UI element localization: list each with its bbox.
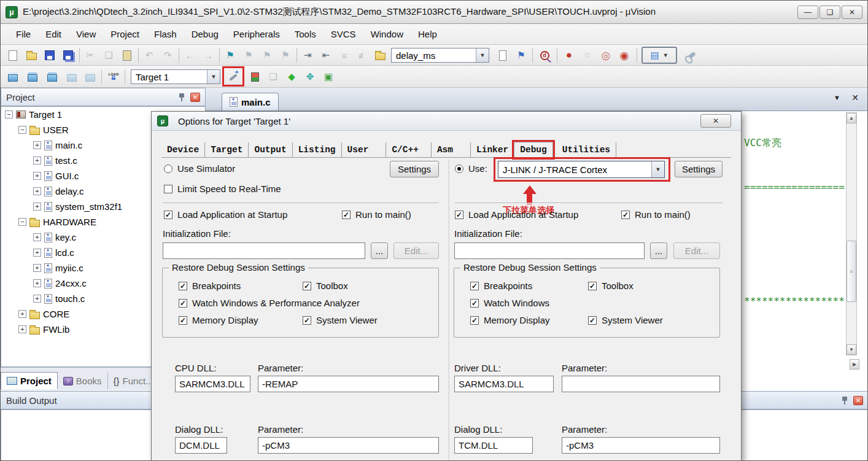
scrollbar-thumb[interactable]: ≡ [847,241,856,302]
menu-peripherals[interactable]: Peripherals [227,26,287,42]
start-stop-debug-icon[interactable]: d [537,48,552,63]
menu-file[interactable]: File [9,26,37,42]
file-extensions-icon[interactable]: ❏ [266,69,281,84]
driver-dll-input[interactable] [454,376,554,392]
init-file-input-left[interactable] [163,242,365,259]
manage-components-icon[interactable]: ▣ [321,69,336,84]
redo-icon[interactable]: ↷ [160,48,175,63]
pin-icon[interactable] [178,93,185,101]
dialog-dll-input-right[interactable] [454,437,533,454]
disable-all-breakpoints-icon[interactable]: ◉ [617,48,632,63]
scroll-down-icon[interactable]: ▼ [847,344,856,355]
tab-target[interactable]: Target [205,142,249,157]
flash-download-icon[interactable] [247,69,262,84]
menu-debug[interactable]: Debug [185,26,225,42]
undo-icon[interactable]: ↶ [142,48,157,63]
driver-param-input[interactable] [562,376,720,392]
expand-icon[interactable]: + [33,141,41,149]
cpu-param-input[interactable] [258,376,439,392]
tab-utilities[interactable]: Utilities [557,142,616,157]
expand-icon[interactable]: + [33,295,41,303]
minimize-button[interactable]: — [797,6,818,19]
translate-icon[interactable] [6,69,20,84]
find-icon[interactable] [495,48,510,63]
dialog-param-input-left[interactable] [258,437,439,454]
expand-icon[interactable]: + [18,325,26,333]
save-icon[interactable] [42,48,57,63]
tab-debug[interactable]: Debug [514,142,553,158]
breakpoints-checkbox-right[interactable]: ✓Breakpoints [470,281,532,291]
menu-edit[interactable]: Edit [39,26,68,42]
build-output-close-icon[interactable]: ✕ [853,396,863,405]
tab-user[interactable]: User [342,142,387,157]
navigate-back-icon[interactable]: ← [182,48,197,63]
window-layout-combo[interactable]: ▤ ▼ [641,47,677,64]
environment-icon[interactable]: ◆ [284,69,299,84]
tab-linker[interactable]: Linker [471,142,514,157]
expand-icon[interactable]: + [33,172,41,180]
memory-display-checkbox-right[interactable]: ✓Memory Display [470,315,550,325]
download-icon[interactable]: LOAD⇊ [106,69,121,83]
use-debugger-radio[interactable]: Use: [455,163,487,174]
menu-tools[interactable]: Tools [288,26,323,42]
comment-icon[interactable]: ≡ [337,48,352,63]
kill-breakpoints-icon[interactable]: ◎ [599,48,613,63]
options-for-target-icon[interactable] [226,69,241,84]
limit-speed-checkbox[interactable]: Limit Speed to Real-Time [164,184,281,194]
menu-svcs[interactable]: SVCS [324,26,363,42]
menu-project[interactable]: Project [104,26,146,42]
tab-device[interactable]: Device [161,142,205,157]
paste-icon[interactable] [120,48,134,63]
tab-books[interactable]: ?Books [58,373,108,389]
edit-button-right[interactable]: Edit... [673,242,720,259]
expand-icon[interactable]: + [33,233,41,241]
rebuild-icon[interactable] [45,69,60,84]
expand-icon[interactable]: + [33,249,41,257]
init-file-input-right[interactable] [454,242,645,259]
uncomment-icon[interactable]: ≢ [355,48,370,63]
expand-icon[interactable]: + [33,203,41,211]
menu-view[interactable]: View [69,26,103,42]
scroll-right-icon[interactable]: ▶ [850,359,859,370]
navigate-forward-icon[interactable]: → [201,48,215,63]
collapse-icon[interactable]: − [5,110,13,118]
debug-adapter-combo[interactable]: J-LINK / J-TRACE Cortex ▼ [498,161,665,178]
unindent-icon[interactable]: ⇤ [319,48,333,63]
expand-icon[interactable]: + [33,157,41,165]
configuration-wrench-icon[interactable] [683,47,698,61]
toggle-breakpoint-icon[interactable]: ● [562,48,576,63]
doc-close-icon[interactable]: ✕ [851,93,859,103]
target-select-combo[interactable]: Target 1 ▼ [131,69,220,84]
pin-icon[interactable] [841,396,848,405]
debugger-settings-button[interactable]: Settings [675,161,723,177]
select-folders-icon[interactable]: ✥ [303,69,317,84]
indent-icon[interactable]: ⇥ [300,48,315,63]
collapse-icon[interactable]: − [18,126,26,134]
tab-listing[interactable]: Listing [293,142,342,157]
use-simulator-radio[interactable]: Use Simulator [164,163,235,174]
expand-icon[interactable]: + [33,187,41,195]
edit-button-left[interactable]: Edit... [393,242,439,259]
disable-breakpoint-icon[interactable]: ○ [580,48,595,63]
tab-functions[interactable]: {}Funct.. [108,373,157,389]
system-viewer-checkbox-left[interactable]: ✓System Viewer [303,315,378,325]
target-select-dropdown-icon[interactable]: ▼ [207,70,220,83]
save-all-icon[interactable] [61,48,76,63]
expand-icon[interactable]: + [33,279,41,287]
scroll-up-icon[interactable]: ▲ [847,113,856,123]
run-to-main-checkbox-right[interactable]: ✓Run to main() [621,209,691,220]
watch-windows-checkbox-left[interactable]: ✓Watch Windows & Performance Analyzer [179,298,360,308]
watch-windows-checkbox-right[interactable]: ✓Watch Windows [470,298,549,308]
memory-display-checkbox-left[interactable]: ✓Memory Display [179,315,258,325]
simulator-settings-button[interactable]: Settings [390,161,439,177]
tab-asm[interactable]: Asm [432,142,471,157]
expand-icon[interactable]: + [18,310,26,318]
load-app-checkbox-left[interactable]: ✓Load Application at Startup [164,209,287,220]
tab-output[interactable]: Output [249,142,292,157]
doc-list-dropdown-icon[interactable]: ▼ [834,94,840,101]
tab-c-cpp[interactable]: C/C++ [386,142,432,157]
build-icon[interactable] [25,69,40,84]
new-file-icon[interactable] [6,48,20,63]
dialog-param-input-right[interactable] [562,437,720,454]
bookmark-prev-icon[interactable]: ⚑ [241,48,256,63]
